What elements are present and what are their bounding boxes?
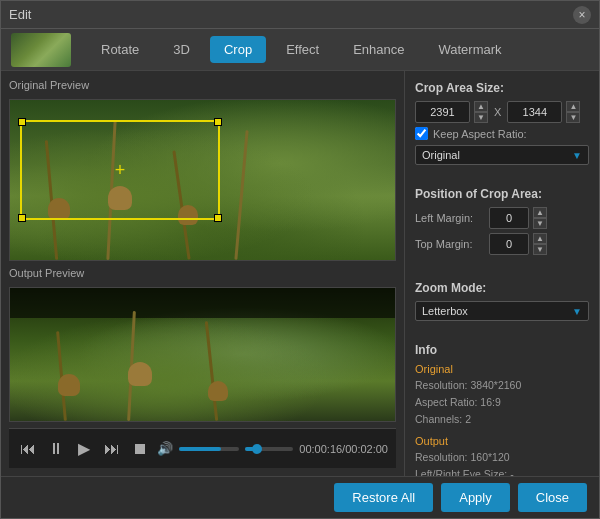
tab-rotate[interactable]: Rotate — [87, 36, 153, 63]
size-separator: X — [492, 106, 503, 118]
crop-position-group: Position of Crop Area: Left Margin: ▲ ▼ … — [415, 187, 589, 259]
left-margin-input[interactable] — [489, 207, 529, 229]
stop-button[interactable]: ⏹ — [129, 438, 151, 460]
crop-width-up[interactable]: ▲ — [474, 101, 488, 112]
preview-panel: Original Preview — [1, 71, 404, 476]
crop-area-size-label: Crop Area Size: — [415, 81, 589, 95]
aspect-ratio-value: Original — [422, 149, 460, 161]
original-preview-label: Original Preview — [9, 79, 396, 91]
window-title: Edit — [9, 7, 31, 22]
crop-handle-tl[interactable] — [18, 118, 26, 126]
crop-handle-tr[interactable] — [214, 118, 222, 126]
original-preview: + — [9, 99, 396, 261]
output-eye-size: Left/Right Eye Size: - — [415, 466, 589, 476]
settings-panel: Crop Area Size: ▲ ▼ X ▲ ▼ Ke — [404, 71, 599, 476]
tab-effect[interactable]: Effect — [272, 36, 333, 63]
bottom-bar: Restore All Apply Close — [1, 476, 599, 518]
tab-crop[interactable]: Crop — [210, 36, 266, 63]
crop-handle-bl[interactable] — [18, 214, 26, 222]
play-button[interactable]: ▶ — [73, 438, 95, 460]
original-aspect: Aspect Ratio: 16:9 — [415, 394, 589, 411]
crop-position-label: Position of Crop Area: — [415, 187, 589, 201]
crop-height-input[interactable] — [507, 101, 562, 123]
top-margin-down[interactable]: ▼ — [533, 244, 547, 255]
left-margin-label: Left Margin: — [415, 212, 485, 224]
original-resolution: Resolution: 3840*2160 — [415, 377, 589, 394]
close-window-button[interactable]: × — [573, 6, 591, 24]
aspect-ratio-select[interactable]: Original ▼ — [415, 145, 589, 165]
top-margin-up[interactable]: ▲ — [533, 233, 547, 244]
tab-watermark[interactable]: Watermark — [424, 36, 515, 63]
zoom-mode-arrow: ▼ — [572, 306, 582, 317]
keep-aspect-ratio-label: Keep Aspect Ratio: — [433, 128, 527, 140]
output-info-section: Output Resolution: 160*120 Left/Right Ey… — [415, 435, 589, 476]
crop-height-up[interactable]: ▲ — [566, 101, 580, 112]
main-content: Original Preview — [1, 71, 599, 476]
edit-window: Edit × Rotate 3D Crop Effect Enhance Wat… — [0, 0, 600, 519]
output-preview-label: Output Preview — [9, 267, 396, 279]
time-display: 00:00:16/00:02:00 — [299, 443, 388, 455]
tab-enhance[interactable]: Enhance — [339, 36, 418, 63]
toolbar: Rotate 3D Crop Effect Enhance Watermark — [1, 29, 599, 71]
crop-center-icon: + — [115, 160, 126, 181]
info-label: Info — [415, 343, 589, 357]
top-margin-label: Top Margin: — [415, 238, 485, 250]
close-button[interactable]: Close — [518, 483, 587, 512]
zoom-mode-value: Letterbox — [422, 305, 468, 317]
crop-height-down[interactable]: ▼ — [566, 112, 580, 123]
skip-forward-button[interactable]: ⏭ — [101, 438, 123, 460]
info-section: Info Original Resolution: 3840*2160 Aspe… — [415, 343, 589, 427]
left-margin-row: Left Margin: ▲ ▼ — [415, 207, 589, 229]
keep-aspect-ratio-row: Keep Aspect Ratio: — [415, 127, 589, 140]
original-channels: Channels: 2 — [415, 411, 589, 428]
crop-size-inputs: ▲ ▼ X ▲ ▼ — [415, 101, 589, 123]
skip-back-button[interactable]: ⏮ — [17, 438, 39, 460]
original-info-title: Original — [415, 363, 589, 375]
apply-button[interactable]: Apply — [441, 483, 510, 512]
crop-width-down[interactable]: ▼ — [474, 112, 488, 123]
output-info-title: Output — [415, 435, 589, 447]
zoom-mode-select[interactable]: Letterbox ▼ — [415, 301, 589, 321]
crop-handle-br[interactable] — [214, 214, 222, 222]
restore-all-button[interactable]: Restore All — [334, 483, 433, 512]
output-resolution: Resolution: 160*120 — [415, 449, 589, 466]
title-bar: Edit × — [1, 1, 599, 29]
top-margin-input[interactable] — [489, 233, 529, 255]
aspect-ratio-arrow: ▼ — [572, 150, 582, 161]
video-thumbnail — [11, 33, 71, 67]
crop-area-size-group: Crop Area Size: ▲ ▼ X ▲ ▼ Ke — [415, 81, 589, 165]
playback-bar: ⏮ ⏸ ▶ ⏭ ⏹ 🔊 00:00:16/00:02:00 — [9, 428, 396, 468]
tab-3d[interactable]: 3D — [159, 36, 204, 63]
progress-bar[interactable] — [245, 447, 293, 451]
crop-width-input[interactable] — [415, 101, 470, 123]
top-margin-row: Top Margin: ▲ ▼ — [415, 233, 589, 255]
zoom-mode-group: Zoom Mode: Letterbox ▼ — [415, 281, 589, 321]
left-margin-up[interactable]: ▲ — [533, 207, 547, 218]
pause-button[interactable]: ⏸ — [45, 438, 67, 460]
zoom-mode-label: Zoom Mode: — [415, 281, 589, 295]
volume-slider[interactable] — [179, 447, 239, 451]
keep-aspect-ratio-checkbox[interactable] — [415, 127, 428, 140]
output-preview — [9, 287, 396, 422]
left-margin-down[interactable]: ▼ — [533, 218, 547, 229]
volume-icon: 🔊 — [157, 441, 173, 456]
